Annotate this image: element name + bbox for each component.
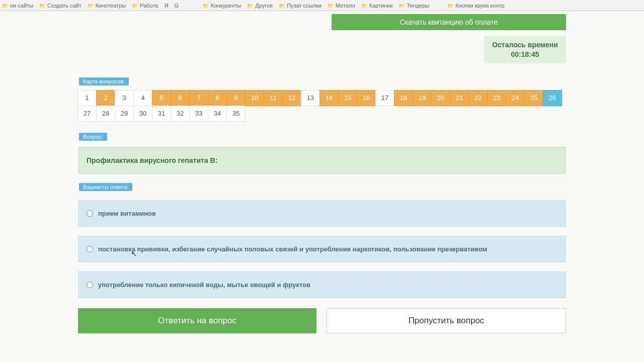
- question-map-cell[interactable]: 7: [189, 90, 208, 106]
- bookmark-item[interactable]: Конкуренты: [203, 3, 241, 9]
- folder-icon: [203, 3, 209, 9]
- bookmark-label: Тендеры: [407, 3, 429, 9]
- question-map-cell[interactable]: 33: [189, 106, 208, 122]
- question-map-cell[interactable]: 28: [96, 106, 115, 122]
- bookmark-label: Я: [165, 3, 169, 9]
- bookmark-item[interactable]: Работа: [132, 3, 158, 9]
- answer-button[interactable]: Ответить на вопрос: [78, 308, 316, 333]
- folder-icon: [88, 3, 94, 9]
- bookmark-item[interactable]: Пузат ссылки: [279, 3, 321, 9]
- question-map-cell[interactable]: 26: [543, 90, 562, 106]
- bookmark-label: Конкуренты: [211, 3, 241, 9]
- question-map-cell[interactable]: 3: [115, 90, 134, 106]
- bookmark-label: Кинотеатры: [96, 3, 126, 9]
- bookmark-item[interactable]: ои сайты: [2, 3, 33, 9]
- answer-option[interactable]: употребление только кипяченой воды, мыть…: [78, 272, 566, 298]
- time-remaining-label: Осталось времени: [487, 40, 563, 50]
- page-content: Скачать квитанцию об оплате Осталось вре…: [73, 14, 571, 333]
- question-map-cell[interactable]: 29: [115, 106, 134, 122]
- question-map-cell[interactable]: 14: [319, 90, 339, 106]
- answers-list: прием витаминовпостановка прививки, избе…: [78, 200, 566, 298]
- question-map-cell[interactable]: 15: [338, 90, 357, 106]
- answer-text: постановка прививки, избегание случайных…: [98, 245, 487, 253]
- question-map-cell[interactable]: 18: [394, 90, 413, 106]
- question-map-cell[interactable]: 5: [152, 90, 171, 106]
- answer-radio[interactable]: [87, 246, 93, 252]
- question-map-cell[interactable]: 9: [226, 90, 246, 106]
- bookmark-label: Создать сайт: [47, 3, 82, 9]
- action-buttons: Ответить на вопрос Пропустить вопрос: [78, 308, 566, 333]
- bookmark-label: Работа: [140, 3, 158, 9]
- bookmark-label: Картинки: [369, 3, 393, 9]
- bookmark-label: G: [174, 3, 179, 9]
- question-map-cell[interactable]: 31: [152, 106, 171, 122]
- folder-icon: [279, 3, 285, 9]
- question-map-cell[interactable]: 4: [133, 90, 152, 106]
- bookmarks-bar: ои сайтыСоздать сайтКинотеатрыРаботаЯGКо…: [0, 0, 644, 11]
- answer-text: прием витаминов: [98, 210, 156, 217]
- question-text: Профилактика вирусного гепатита В:: [78, 147, 566, 174]
- answer-option[interactable]: прием витаминов: [78, 200, 566, 227]
- skip-button[interactable]: Пропустить вопрос: [327, 308, 566, 333]
- bookmark-label: Кнопки круиз контр: [455, 3, 504, 9]
- question-map-cell[interactable]: 22: [468, 90, 488, 106]
- bookmark-item[interactable]: Создать сайт: [39, 3, 82, 9]
- folder-icon: [398, 3, 405, 9]
- bookmark-item[interactable]: Я: [165, 3, 169, 9]
- folder-icon: [132, 3, 138, 9]
- answer-radio[interactable]: [87, 210, 93, 217]
- question-map-cell[interactable]: 19: [413, 90, 432, 106]
- folder-icon: [328, 3, 334, 9]
- question-map-cell[interactable]: 8: [208, 90, 227, 106]
- answer-text: употребление только кипяченой воды, мыть…: [98, 281, 310, 289]
- question-map-cell[interactable]: 17: [375, 90, 394, 106]
- question-map-cell[interactable]: 20: [431, 90, 450, 106]
- question-map-label: Карта вопросов:: [79, 77, 129, 85]
- question-map-cell[interactable]: 25: [524, 90, 543, 106]
- answer-option[interactable]: постановка прививки, избегание случайных…: [78, 236, 566, 262]
- time-remaining-box: Осталось времени 00:18:45: [484, 36, 566, 63]
- folder-icon: [361, 3, 367, 9]
- bookmark-item[interactable]: G: [174, 3, 179, 9]
- bookmark-label: Металл: [336, 3, 355, 9]
- bookmark-item[interactable]: Картинки: [361, 3, 393, 9]
- question-map-cell[interactable]: 10: [245, 90, 264, 106]
- question-map-cell[interactable]: 34: [208, 106, 227, 122]
- time-remaining-value: 00:18:45: [487, 50, 563, 59]
- folder-icon: [247, 3, 253, 9]
- bookmark-label: Другое: [255, 3, 273, 9]
- question-map-cell[interactable]: 13: [301, 90, 320, 106]
- question-map-cell[interactable]: 23: [487, 90, 506, 106]
- question-section-label: Вопрос:: [79, 133, 107, 141]
- question-map-cell[interactable]: 21: [450, 90, 469, 106]
- question-map-cell[interactable]: 27: [77, 106, 97, 122]
- folder-icon: [39, 3, 45, 9]
- question-map-cell[interactable]: 24: [506, 90, 525, 106]
- bookmark-item[interactable]: Металл: [328, 3, 355, 9]
- download-receipt-button[interactable]: Скачать квитанцию об оплате: [332, 14, 566, 30]
- folder-icon: [447, 3, 453, 9]
- question-map-cell[interactable]: 32: [171, 106, 190, 122]
- question-map-cell[interactable]: 35: [226, 106, 246, 122]
- question-map-cell[interactable]: 2: [96, 90, 115, 106]
- folder-icon: [2, 3, 8, 9]
- bookmark-item[interactable]: Кинотеатры: [88, 3, 126, 9]
- bookmark-label: Пузат ссылки: [287, 3, 321, 9]
- question-map-cell[interactable]: 1: [77, 90, 97, 106]
- answer-radio[interactable]: [87, 282, 93, 288]
- question-map-cell[interactable]: 6: [171, 90, 190, 106]
- bookmark-item[interactable]: Другое: [247, 3, 273, 9]
- question-map-cell[interactable]: 30: [133, 106, 152, 122]
- question-map-cell[interactable]: 11: [264, 90, 283, 106]
- question-map: 1234567891011121314151617181920212223242…: [78, 90, 566, 122]
- question-map-cell[interactable]: 16: [357, 90, 376, 106]
- bookmark-label: ои сайты: [10, 3, 33, 9]
- bookmark-item[interactable]: Кнопки круиз контр: [447, 3, 504, 9]
- question-map-cell[interactable]: 12: [282, 90, 301, 106]
- bookmark-item[interactable]: Тендеры: [398, 3, 429, 9]
- answers-section-label: Варианты ответа:: [79, 183, 132, 191]
